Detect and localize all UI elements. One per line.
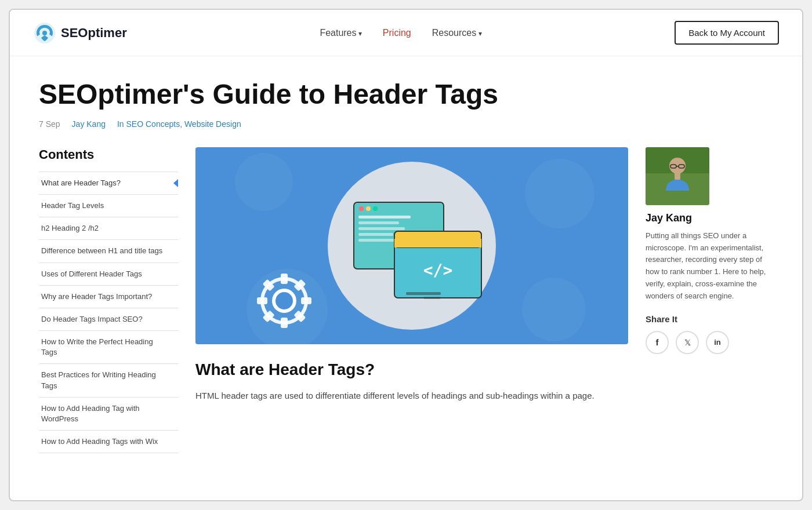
svg-point-19 — [359, 206, 364, 211]
toc-link-2[interactable]: Header Tag Levels — [39, 195, 178, 217]
toc-item-8[interactable]: How to Write the Perfect Heading Tags — [39, 331, 178, 364]
svg-rect-29 — [394, 239, 481, 247]
toc-link-4[interactable]: Difference between H1 and title tags — [39, 240, 178, 262]
svg-rect-15 — [257, 297, 267, 304]
toc-item-5[interactable]: Uses of Different Header Tags — [39, 263, 178, 286]
svg-point-8 — [274, 290, 295, 311]
nav-resources[interactable]: Resources — [432, 28, 482, 38]
toc-item-9[interactable]: Best Practices for Writing Heading Tags — [39, 364, 178, 397]
twitter-icon: 𝕏 — [684, 338, 691, 347]
features-link[interactable]: Features — [320, 28, 361, 38]
svg-rect-24 — [358, 227, 405, 230]
author-sidebar: Jay Kang Putting all things SEO under a … — [646, 147, 773, 354]
svg-point-20 — [366, 206, 371, 211]
facebook-icon: f — [656, 337, 659, 347]
linkedin-icon: in — [714, 338, 721, 347]
nav-pricing[interactable]: Pricing — [383, 28, 411, 38]
table-of-contents: Contents What are Header Tags? Header Ta… — [39, 147, 178, 454]
author-photo — [646, 147, 709, 205]
author-bio: Putting all things SEO under a microscop… — [646, 230, 773, 303]
svg-rect-13 — [281, 318, 288, 328]
logo-text: SEOptimer — [61, 26, 127, 41]
resources-link[interactable]: Resources — [432, 28, 482, 38]
svg-text:</>: </> — [423, 261, 453, 280]
svg-point-6 — [522, 278, 586, 341]
article-categories: In SEO Concepts, Website Design — [117, 119, 241, 129]
author-avatar-svg — [646, 147, 709, 205]
share-icons: f 𝕏 in — [646, 331, 773, 354]
logo[interactable]: SEOptimer — [33, 21, 127, 45]
toc-item-1[interactable]: What are Header Tags? — [39, 172, 178, 195]
navigation: SEOptimer Features Pricing Resources Bac… — [10, 10, 802, 56]
toc-link-5[interactable]: Uses of Different Header Tags — [39, 263, 178, 285]
logo-icon — [33, 21, 56, 45]
svg-rect-9 — [281, 274, 288, 284]
share-title: Share It — [646, 314, 773, 324]
author-link[interactable]: Jay Kang — [72, 119, 106, 129]
svg-rect-25 — [358, 233, 393, 236]
toc-item-6[interactable]: Why are Header Tags Important? — [39, 286, 178, 308]
toc-item-7[interactable]: Do Header Tags Impact SEO? — [39, 308, 178, 331]
toc-link-11[interactable]: How to Add Heading Tags with Wix — [39, 431, 178, 453]
svg-rect-31 — [406, 292, 441, 295]
toc-link-6[interactable]: Why are Header Tags Important? — [39, 286, 178, 308]
pricing-link[interactable]: Pricing — [383, 28, 411, 38]
toc-item-3[interactable]: h2 Heading 2 /h2 — [39, 217, 178, 240]
article-meta: 7 Sep Jay Kang In SEO Concepts, Website … — [39, 119, 773, 129]
toc-item-4[interactable]: Difference between H1 and title tags — [39, 240, 178, 263]
svg-rect-32 — [423, 297, 441, 299]
svg-point-1 — [42, 31, 47, 35]
toc-link-1[interactable]: What are Header Tags? — [39, 172, 178, 194]
toc-link-3[interactable]: h2 Heading 2 /h2 — [39, 217, 178, 239]
svg-point-3 — [235, 153, 293, 211]
nav-features[interactable]: Features — [320, 28, 361, 38]
share-facebook-button[interactable]: f — [646, 331, 669, 354]
svg-point-35 — [669, 158, 686, 174]
toc-item-10[interactable]: How to Add Heading Tag with WordPress — [39, 398, 178, 431]
article-title: SEOptimer's Guide to Header Tags — [39, 79, 773, 110]
author-name: Jay Kang — [646, 212, 773, 224]
back-to-account-button[interactable]: Back to My Account — [675, 21, 779, 45]
article-date: 7 Sep — [39, 119, 60, 129]
toc-list: What are Header Tags? Header Tag Levels … — [39, 172, 178, 454]
toc-item-11[interactable]: How to Add Heading Tags with Wix — [39, 431, 178, 453]
toc-link-7[interactable]: Do Header Tags Impact SEO? — [39, 308, 178, 330]
svg-rect-39 — [675, 173, 680, 180]
section-body: HTML header tags are used to differentia… — [195, 388, 628, 403]
hero-svg: </> — [195, 147, 628, 344]
toc-link-9[interactable]: Best Practices for Writing Heading Tags — [39, 364, 178, 396]
svg-point-21 — [373, 206, 378, 211]
section-heading: What are Header Tags? — [195, 360, 628, 379]
svg-point-4 — [525, 159, 594, 228]
three-column-layout: Contents What are Header Tags? Header Ta… — [39, 147, 773, 454]
page-content: SEOptimer's Guide to Header Tags 7 Sep J… — [10, 56, 802, 476]
nav-links: Features Pricing Resources — [320, 28, 481, 38]
toc-item-2[interactable]: Header Tag Levels — [39, 195, 178, 217]
article-main: </> What are Header Tags? HTML header ta… — [195, 147, 628, 403]
svg-rect-11 — [301, 297, 311, 304]
share-twitter-button[interactable]: 𝕏 — [676, 331, 699, 354]
toc-link-8[interactable]: How to Write the Perfect Heading Tags — [39, 331, 178, 363]
toc-link-10[interactable]: How to Add Heading Tag with WordPress — [39, 398, 178, 430]
svg-rect-23 — [358, 221, 399, 224]
toc-title: Contents — [39, 147, 178, 162]
share-linkedin-button[interactable]: in — [706, 331, 729, 354]
svg-rect-22 — [358, 216, 411, 218]
hero-image: </> — [195, 147, 628, 344]
